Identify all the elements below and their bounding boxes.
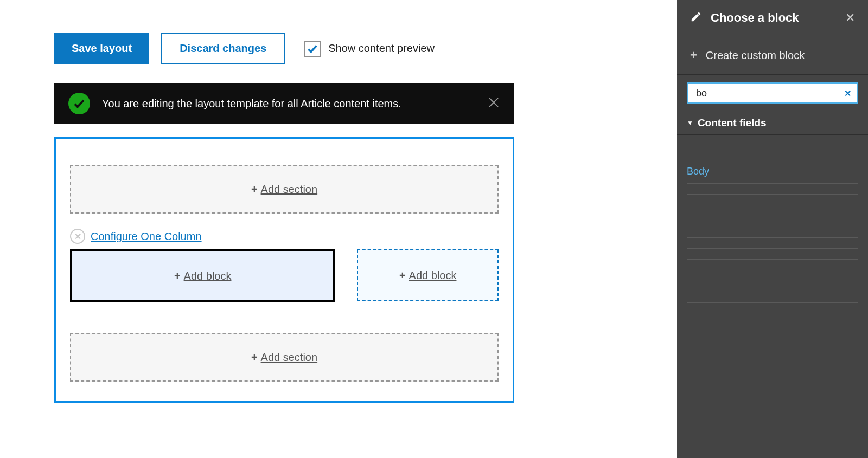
- add-block-label: Add block: [409, 269, 457, 282]
- block-result-item[interactable]: Body: [687, 160, 858, 183]
- add-section-button-bottom[interactable]: + Add section: [70, 333, 499, 382]
- check-circle-icon: [68, 93, 90, 114]
- plus-icon: +: [399, 269, 406, 282]
- pencil-icon: [690, 11, 711, 25]
- content-preview-toggle[interactable]: Show content preview: [304, 41, 435, 57]
- close-icon[interactable]: [487, 96, 500, 112]
- add-section-label: Add section: [261, 351, 318, 364]
- block-filter-field[interactable]: ✕: [687, 82, 858, 104]
- add-block-label: Add block: [184, 270, 232, 282]
- list-line: [687, 270, 858, 281]
- list-line: [687, 216, 858, 227]
- list-line: [687, 205, 858, 216]
- list-line: [687, 302, 858, 313]
- add-block-button-right[interactable]: + Add block: [357, 249, 499, 301]
- add-block-button-left[interactable]: + Add block: [70, 249, 335, 302]
- clear-filter-icon[interactable]: ✕: [844, 88, 851, 99]
- list-line: [687, 292, 858, 302]
- expanded-triangle-icon: ▼: [687, 119, 693, 127]
- block-filter-wrap: ✕: [677, 75, 868, 112]
- list-line: [687, 237, 858, 248]
- configure-section-link[interactable]: Configure One Column: [91, 230, 202, 243]
- block-picker-sidebar: Choose a block ✕ + Create custom block ✕…: [677, 0, 868, 458]
- section-columns: + Add block + Add block: [70, 249, 499, 302]
- main-layout-editor: Save layout Discard changes Show content…: [0, 0, 677, 458]
- sidebar-title: Choose a block: [711, 11, 845, 25]
- create-custom-block-button[interactable]: + Create custom block: [677, 36, 868, 75]
- category-label: Content fields: [698, 117, 767, 129]
- close-icon[interactable]: ✕: [845, 11, 855, 25]
- sidebar-header: Choose a block ✕: [677, 0, 868, 36]
- list-line: [687, 194, 858, 205]
- checkbox-checked-icon: [304, 41, 321, 57]
- layout-builder-region: + Add section ✕ Configure One Column + A…: [54, 137, 514, 403]
- list-line: [687, 248, 858, 259]
- status-message-bar: You are editing the layout template for …: [54, 83, 514, 124]
- toolbar: Save layout Discard changes Show content…: [54, 33, 677, 64]
- plus-icon: +: [251, 351, 258, 364]
- list-line: [687, 281, 858, 292]
- create-custom-block-label: Create custom block: [706, 49, 805, 62]
- category-content-fields[interactable]: ▼ Content fields: [677, 112, 868, 135]
- block-results-list: Body: [677, 135, 868, 313]
- section-configure-row: ✕ Configure One Column: [70, 229, 499, 244]
- plus-icon: +: [251, 183, 258, 196]
- add-section-button-top[interactable]: + Add section: [70, 165, 499, 214]
- block-filter-input[interactable]: [696, 88, 844, 99]
- plus-icon: +: [174, 270, 181, 282]
- list-line: [687, 183, 858, 194]
- content-preview-label: Show content preview: [328, 42, 435, 55]
- add-section-label: Add section: [261, 183, 318, 196]
- status-message-text: You are editing the layout template for …: [102, 98, 487, 110]
- list-line: [687, 227, 858, 237]
- list-line: [687, 259, 858, 270]
- plus-icon: +: [690, 48, 697, 62]
- discard-changes-button[interactable]: Discard changes: [161, 33, 285, 64]
- remove-section-icon[interactable]: ✕: [70, 229, 85, 244]
- save-layout-button[interactable]: Save layout: [54, 33, 149, 64]
